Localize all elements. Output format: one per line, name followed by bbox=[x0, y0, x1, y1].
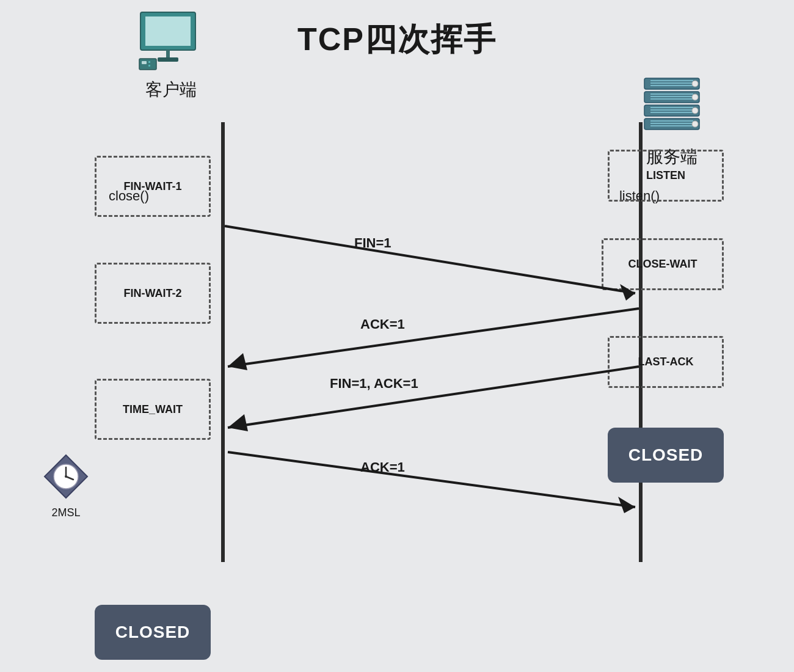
svg-rect-5 bbox=[142, 61, 147, 64]
svg-point-24 bbox=[692, 81, 698, 87]
svg-point-44 bbox=[65, 475, 67, 478]
svg-point-27 bbox=[692, 121, 698, 127]
svg-text:ACK=1: ACK=1 bbox=[360, 316, 405, 332]
time-wait-label: TIME_WAIT bbox=[123, 403, 183, 416]
client-label: 客户端 bbox=[122, 78, 220, 101]
svg-text:FIN=1: FIN=1 bbox=[354, 235, 392, 250]
msl-label: 2MSL bbox=[35, 506, 97, 519]
svg-point-25 bbox=[692, 94, 698, 100]
close-wait-label: CLOSE-WAIT bbox=[628, 258, 697, 271]
last-ack-box: LAST-ACK bbox=[608, 336, 724, 388]
server-closed-label: CLOSED bbox=[628, 445, 704, 465]
page-title: TCP四次挥手 bbox=[0, 0, 794, 61]
server-closed-box: CLOSED bbox=[608, 428, 724, 483]
svg-rect-7 bbox=[148, 65, 150, 67]
last-ack-label: LAST-ACK bbox=[638, 356, 694, 368]
fin-wait-1-box: FIN-WAIT-1 bbox=[95, 156, 211, 217]
svg-text:ACK=1: ACK=1 bbox=[360, 459, 405, 475]
svg-marker-32 bbox=[228, 353, 247, 370]
client-closed-box: CLOSED bbox=[95, 605, 211, 660]
close-wait-box: CLOSE-WAIT bbox=[602, 238, 724, 290]
client-icon bbox=[134, 6, 208, 73]
fin-wait-2-box: FIN-WAIT-2 bbox=[95, 263, 211, 324]
svg-marker-35 bbox=[228, 414, 248, 431]
fin-wait-2-label: FIN-WAIT-2 bbox=[124, 287, 182, 300]
fin-wait-1-label: FIN-WAIT-1 bbox=[124, 180, 182, 193]
svg-rect-6 bbox=[148, 61, 150, 63]
client-section: 客户端 bbox=[122, 6, 220, 101]
client-timeline bbox=[221, 122, 225, 562]
svg-rect-3 bbox=[158, 57, 178, 62]
svg-rect-2 bbox=[166, 50, 170, 59]
svg-line-37 bbox=[228, 452, 635, 507]
server-icon bbox=[635, 73, 708, 141]
svg-rect-4 bbox=[139, 59, 156, 70]
svg-rect-1 bbox=[145, 16, 191, 46]
time-wait-box: TIME_WAIT bbox=[95, 379, 211, 440]
listen-box: LISTEN bbox=[608, 150, 724, 202]
svg-point-26 bbox=[692, 108, 698, 114]
msl-indicator: 2MSL bbox=[35, 452, 97, 519]
msl-diamond-icon bbox=[42, 452, 90, 501]
listen-label: LISTEN bbox=[646, 169, 685, 182]
client-closed-label: CLOSED bbox=[115, 623, 191, 642]
svg-line-34 bbox=[228, 367, 639, 428]
svg-marker-38 bbox=[618, 497, 635, 513]
svg-line-28 bbox=[225, 226, 635, 293]
svg-text:FIN=1, ACK=1: FIN=1, ACK=1 bbox=[330, 376, 418, 391]
svg-line-31 bbox=[228, 309, 639, 367]
